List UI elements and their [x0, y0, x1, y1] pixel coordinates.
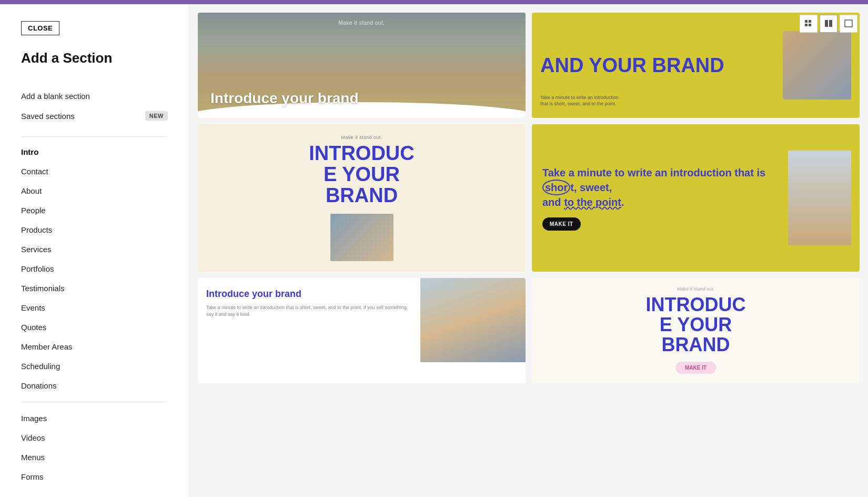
sidebar-item-quotes[interactable]: Quotes	[21, 317, 168, 337]
card-1-small-label: Make it stand out.	[339, 20, 385, 26]
svg-rect-6	[845, 20, 852, 27]
sidebar-item-people[interactable]: People	[21, 201, 168, 220]
svg-rect-5	[829, 20, 832, 27]
saved-sections-label: Saved sections	[21, 112, 75, 121]
sidebar-item-menus[interactable]: Menus	[21, 448, 168, 467]
card-2-image	[783, 31, 851, 100]
main-container: CLOSE Add a Section Add a blank section …	[0, 4, 868, 497]
sidebar-item-intro[interactable]: Intro	[21, 142, 168, 162]
add-blank-section[interactable]: Add a blank section	[21, 86, 168, 106]
card-3-big-text: INTRODUCE YOURBRAND	[309, 143, 415, 206]
card-4-side-image	[788, 151, 851, 245]
page-title: Add a Section	[21, 50, 168, 66]
card-intro-cream-inner: Make it stand out. INTRODUCE YOURBRAND	[198, 124, 526, 272]
sidebar-item-portfolios[interactable]: Portfolios	[21, 259, 168, 279]
card-intro-photo-inner: Make it stand out. Introduce your brand	[198, 13, 526, 118]
circled-word: shor	[542, 180, 570, 195]
card-cream-type[interactable]: Make it stand out. INTRODUCE YOURBRAND M…	[532, 278, 860, 383]
card-3-image	[330, 214, 393, 261]
card-6-cta-button[interactable]: MAKE IT	[675, 362, 716, 374]
card-cream-type-inner: Make it stand out. INTRODUCE YOURBRAND M…	[532, 278, 860, 383]
sidebar-item-scheduling[interactable]: Scheduling	[21, 356, 168, 376]
new-badge: NEW	[145, 111, 168, 121]
view-grid-small-button[interactable]	[800, 15, 817, 33]
sidebar-nav: Intro Contact About People Products Serv…	[0, 142, 189, 395]
sidebar-header: CLOSE Add a Section	[0, 4, 189, 86]
view-grid-large-button[interactable]	[820, 15, 837, 33]
svg-rect-4	[825, 20, 828, 27]
single-column-icon	[844, 19, 853, 28]
card-5-left-text: Introduce your brand Take a minute to wr…	[198, 278, 420, 362]
saved-sections[interactable]: Saved sections NEW	[21, 106, 168, 126]
card-2-desc: Take a minute to write an introduction t…	[540, 94, 624, 107]
add-blank-label: Add a blank section	[21, 92, 90, 101]
sidebar-actions: Add a blank section Saved sections NEW	[0, 86, 189, 126]
view-toolbar	[800, 15, 857, 33]
nav-divider-bottom	[21, 402, 168, 402]
sidebar-item-donations[interactable]: Donations	[21, 376, 168, 395]
card-intro-photo[interactable]: Make it stand out. Introduce your brand	[198, 13, 526, 118]
sidebar-item-services[interactable]: Services	[21, 240, 168, 259]
sidebar-item-member-areas[interactable]: Member Areas	[21, 337, 168, 356]
card-5-heading: Introduce your brand	[206, 289, 412, 300]
card-4-cta-button[interactable]: MAKE IT	[542, 217, 581, 231]
card-photo-text-inner: Introduce your brand Take a minute to wr…	[198, 278, 526, 362]
cards-grid: Make it stand out. Introduce your brand …	[189, 4, 868, 392]
sidebar-item-testimonials[interactable]: Testimonials	[21, 279, 168, 298]
grid-large-icon	[824, 19, 833, 28]
sidebar: CLOSE Add a Section Add a blank section …	[0, 4, 189, 497]
sidebar-item-forms[interactable]: Forms	[21, 467, 168, 486]
card-6-small-label: Make it stand out.	[677, 286, 714, 292]
svg-rect-0	[805, 20, 808, 23]
card-photo-text[interactable]: Introduce your brand Take a minute to wr…	[198, 278, 526, 383]
sidebar-item-images[interactable]: Images	[21, 409, 168, 428]
card-4-text-content: Take a minute to write an introduction t…	[542, 166, 788, 231]
sidebar-item-contact[interactable]: Contact	[21, 162, 168, 181]
grid-small-icon	[804, 19, 813, 28]
svg-rect-1	[809, 20, 811, 23]
sidebar-nav-2: Images Videos Menus Forms	[0, 409, 189, 486]
sidebar-item-events[interactable]: Events	[21, 298, 168, 317]
top-bar	[0, 0, 868, 4]
card-2-big-text: AND YOUR BRAND	[540, 55, 783, 75]
sidebar-item-products[interactable]: Products	[21, 220, 168, 240]
card-yellow-text[interactable]: Take a minute to write an introduction t…	[532, 124, 860, 272]
card-yellow-text-inner: Take a minute to write an introduction t…	[532, 124, 860, 272]
card-5-desc: Take a minute to write an introduction t…	[206, 304, 412, 319]
view-single-button[interactable]	[840, 15, 857, 33]
card-1-main-text: Introduce your brand	[210, 90, 359, 107]
svg-rect-3	[809, 24, 811, 26]
sidebar-item-videos[interactable]: Videos	[21, 428, 168, 448]
card-3-small-label: Make it stand out.	[341, 135, 382, 140]
card-intro-cream[interactable]: Make it stand out. INTRODUCE YOURBRAND	[198, 124, 526, 272]
underlined-text: to the point	[564, 196, 621, 208]
sidebar-item-about[interactable]: About	[21, 181, 168, 201]
card-6-big-text: INTRODUCE YOURBRAND	[646, 295, 746, 354]
close-button[interactable]: CLOSE	[21, 21, 59, 35]
card-4-heading: Take a minute to write an introduction t…	[542, 166, 783, 209]
card-5-right-photo	[420, 278, 526, 362]
svg-rect-2	[805, 24, 808, 26]
nav-divider-top	[21, 136, 168, 137]
content-area: Make it stand out. Introduce your brand …	[189, 4, 868, 497]
